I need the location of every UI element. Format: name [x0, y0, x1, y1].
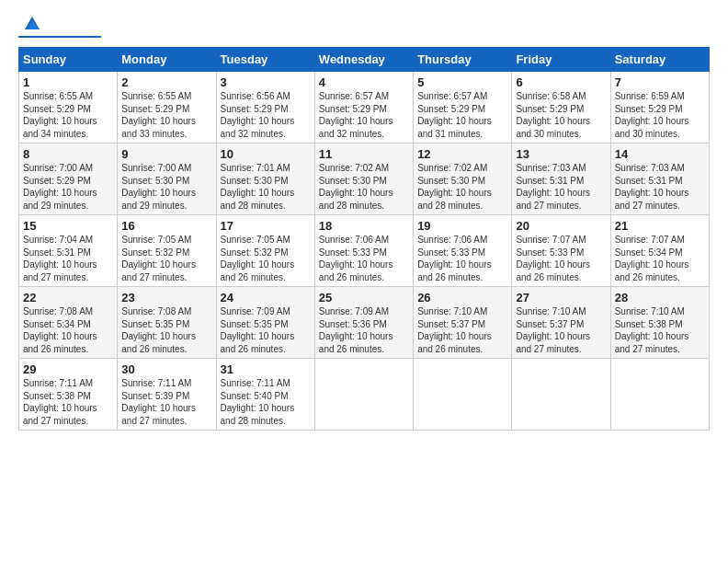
- day-content: Sunrise: 6:55 AM Sunset: 5:29 PM Dayligh…: [23, 90, 113, 140]
- day-content: Sunrise: 7:04 AM Sunset: 5:31 PM Dayligh…: [23, 234, 113, 283]
- calendar-day-28: 28Sunrise: 7:10 AM Sunset: 5:38 PM Dayli…: [610, 287, 709, 359]
- day-number: 2: [121, 75, 211, 89]
- calendar-day-8: 8Sunrise: 7:00 AM Sunset: 5:29 PM Daylig…: [19, 144, 118, 215]
- calendar-day-14: 14Sunrise: 7:03 AM Sunset: 5:31 PM Dayli…: [610, 144, 709, 215]
- day-number: 10: [221, 147, 311, 161]
- day-content: Sunrise: 7:07 AM Sunset: 5:33 PM Dayligh…: [516, 234, 606, 283]
- day-content: Sunrise: 7:11 AM Sunset: 5:38 PM Dayligh…: [23, 377, 113, 427]
- day-content: Sunrise: 6:57 AM Sunset: 5:29 PM Dayligh…: [417, 90, 507, 140]
- day-content: Sunrise: 7:09 AM Sunset: 5:36 PM Dayligh…: [319, 305, 409, 355]
- calendar-week-1: 1Sunrise: 6:55 AM Sunset: 5:29 PM Daylig…: [19, 72, 710, 144]
- calendar-day-18: 18Sunrise: 7:06 AM Sunset: 5:33 PM Dayli…: [314, 215, 413, 287]
- calendar-day-9: 9Sunrise: 7:00 AM Sunset: 5:30 PM Daylig…: [118, 144, 216, 215]
- day-content: Sunrise: 6:58 AM Sunset: 5:29 PM Dayligh…: [516, 90, 606, 140]
- calendar-day-7: 7Sunrise: 6:59 AM Sunset: 5:29 PM Daylig…: [610, 72, 709, 144]
- day-number: 23: [121, 291, 211, 304]
- empty-cell: [314, 359, 413, 431]
- day-content: Sunrise: 7:01 AM Sunset: 5:30 PM Dayligh…: [221, 162, 311, 212]
- day-number: 15: [23, 219, 113, 233]
- day-content: Sunrise: 6:59 AM Sunset: 5:29 PM Dayligh…: [615, 90, 705, 140]
- calendar-day-1: 1Sunrise: 6:55 AM Sunset: 5:29 PM Daylig…: [19, 72, 118, 144]
- calendar-week-4: 22Sunrise: 7:08 AM Sunset: 5:34 PM Dayli…: [19, 287, 710, 359]
- day-content: Sunrise: 7:10 AM Sunset: 5:38 PM Dayligh…: [615, 305, 705, 355]
- day-number: 17: [221, 219, 311, 233]
- day-number: 3: [221, 75, 311, 89]
- calendar-day-24: 24Sunrise: 7:09 AM Sunset: 5:35 PM Dayli…: [216, 287, 314, 359]
- day-content: Sunrise: 7:11 AM Sunset: 5:40 PM Dayligh…: [221, 377, 311, 427]
- header-saturday: Saturday: [610, 48, 709, 72]
- day-number: 22: [23, 291, 113, 304]
- calendar-day-2: 2Sunrise: 6:55 AM Sunset: 5:29 PM Daylig…: [118, 72, 216, 144]
- logo: [18, 17, 101, 38]
- day-content: Sunrise: 7:10 AM Sunset: 5:37 PM Dayligh…: [417, 305, 507, 355]
- day-number: 14: [615, 147, 705, 161]
- day-number: 21: [615, 219, 705, 233]
- day-content: Sunrise: 7:09 AM Sunset: 5:35 PM Dayligh…: [221, 305, 311, 355]
- calendar-week-2: 8Sunrise: 7:00 AM Sunset: 5:29 PM Daylig…: [19, 144, 710, 215]
- calendar-day-16: 16Sunrise: 7:05 AM Sunset: 5:32 PM Dayli…: [118, 215, 216, 287]
- day-content: Sunrise: 7:10 AM Sunset: 5:37 PM Dayligh…: [516, 305, 606, 355]
- calendar-day-19: 19Sunrise: 7:06 AM Sunset: 5:33 PM Dayli…: [414, 215, 512, 287]
- empty-cell: [512, 359, 610, 431]
- calendar-week-5: 29Sunrise: 7:11 AM Sunset: 5:38 PM Dayli…: [19, 359, 710, 431]
- calendar-day-13: 13Sunrise: 7:03 AM Sunset: 5:31 PM Dayli…: [512, 144, 610, 215]
- day-content: Sunrise: 7:07 AM Sunset: 5:34 PM Dayligh…: [615, 234, 705, 283]
- day-number: 5: [417, 75, 507, 89]
- day-content: Sunrise: 7:08 AM Sunset: 5:35 PM Dayligh…: [121, 305, 211, 355]
- day-number: 11: [319, 147, 409, 161]
- calendar-day-27: 27Sunrise: 7:10 AM Sunset: 5:37 PM Dayli…: [512, 287, 610, 359]
- calendar-day-6: 6Sunrise: 6:58 AM Sunset: 5:29 PM Daylig…: [512, 72, 610, 144]
- header-tuesday: Tuesday: [216, 48, 314, 72]
- day-content: Sunrise: 7:02 AM Sunset: 5:30 PM Dayligh…: [319, 162, 409, 212]
- calendar-day-3: 3Sunrise: 6:56 AM Sunset: 5:29 PM Daylig…: [216, 72, 314, 144]
- day-number: 7: [615, 75, 705, 89]
- header-row: SundayMondayTuesdayWednesdayThursdayFrid…: [19, 48, 710, 72]
- page-container: SundayMondayTuesdayWednesdayThursdayFrid…: [0, 0, 728, 440]
- header-friday: Friday: [512, 48, 610, 72]
- day-number: 13: [516, 147, 606, 161]
- day-content: Sunrise: 7:06 AM Sunset: 5:33 PM Dayligh…: [319, 234, 409, 283]
- day-number: 25: [319, 291, 409, 304]
- calendar-day-22: 22Sunrise: 7:08 AM Sunset: 5:34 PM Dayli…: [19, 287, 118, 359]
- day-content: Sunrise: 6:56 AM Sunset: 5:29 PM Dayligh…: [221, 90, 311, 140]
- calendar-day-21: 21Sunrise: 7:07 AM Sunset: 5:34 PM Dayli…: [610, 215, 709, 287]
- day-number: 12: [417, 147, 507, 161]
- logo-icon: [21, 13, 43, 35]
- day-number: 4: [319, 75, 409, 89]
- empty-cell: [610, 359, 709, 431]
- day-number: 20: [516, 219, 606, 233]
- day-number: 27: [516, 291, 606, 304]
- day-content: Sunrise: 7:02 AM Sunset: 5:30 PM Dayligh…: [417, 162, 507, 212]
- calendar-day-11: 11Sunrise: 7:02 AM Sunset: 5:30 PM Dayli…: [314, 144, 413, 215]
- day-number: 9: [121, 147, 211, 161]
- header-monday: Monday: [118, 48, 216, 72]
- calendar-day-17: 17Sunrise: 7:05 AM Sunset: 5:32 PM Dayli…: [216, 215, 314, 287]
- day-number: 8: [23, 147, 113, 161]
- calendar-day-10: 10Sunrise: 7:01 AM Sunset: 5:30 PM Dayli…: [216, 144, 314, 215]
- day-number: 1: [23, 75, 113, 89]
- day-content: Sunrise: 7:05 AM Sunset: 5:32 PM Dayligh…: [121, 234, 211, 283]
- day-number: 28: [615, 291, 705, 304]
- calendar-day-20: 20Sunrise: 7:07 AM Sunset: 5:33 PM Dayli…: [512, 215, 610, 287]
- day-number: 6: [516, 75, 606, 89]
- header-sunday: Sunday: [19, 48, 118, 72]
- calendar-day-30: 30Sunrise: 7:11 AM Sunset: 5:39 PM Dayli…: [118, 359, 216, 431]
- calendar-day-26: 26Sunrise: 7:10 AM Sunset: 5:37 PM Dayli…: [414, 287, 512, 359]
- day-number: 24: [221, 291, 311, 304]
- header-wednesday: Wednesday: [314, 48, 413, 72]
- calendar-day-12: 12Sunrise: 7:02 AM Sunset: 5:30 PM Dayli…: [414, 144, 512, 215]
- day-content: Sunrise: 7:00 AM Sunset: 5:29 PM Dayligh…: [23, 162, 113, 212]
- day-number: 31: [221, 362, 311, 376]
- calendar-day-25: 25Sunrise: 7:09 AM Sunset: 5:36 PM Dayli…: [314, 287, 413, 359]
- calendar-day-31: 31Sunrise: 7:11 AM Sunset: 5:40 PM Dayli…: [216, 359, 314, 431]
- day-number: 16: [121, 219, 211, 233]
- day-number: 29: [23, 362, 113, 376]
- day-number: 30: [121, 362, 211, 376]
- day-number: 18: [319, 219, 409, 233]
- day-content: Sunrise: 7:05 AM Sunset: 5:32 PM Dayligh…: [221, 234, 311, 283]
- calendar-day-29: 29Sunrise: 7:11 AM Sunset: 5:38 PM Dayli…: [19, 359, 118, 431]
- day-content: Sunrise: 7:08 AM Sunset: 5:34 PM Dayligh…: [23, 305, 113, 355]
- calendar-day-15: 15Sunrise: 7:04 AM Sunset: 5:31 PM Dayli…: [19, 215, 118, 287]
- calendar-day-4: 4Sunrise: 6:57 AM Sunset: 5:29 PM Daylig…: [314, 72, 413, 144]
- day-number: 26: [417, 291, 507, 304]
